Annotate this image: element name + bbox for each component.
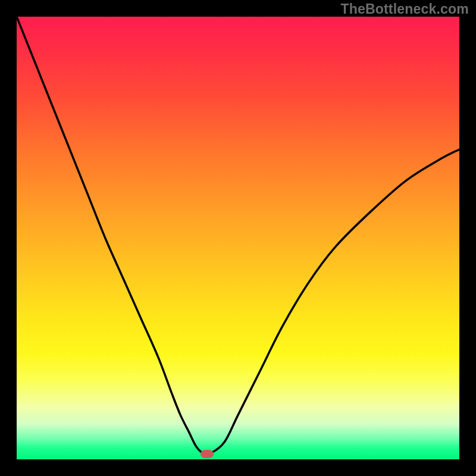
curve-svg xyxy=(17,17,459,459)
chart-frame: TheBottleneck.com xyxy=(0,0,476,476)
plot-area xyxy=(17,17,459,459)
watermark-text: TheBottleneck.com xyxy=(340,1,469,17)
optimal-point-marker xyxy=(201,450,214,458)
bottleneck-curve xyxy=(17,17,459,454)
